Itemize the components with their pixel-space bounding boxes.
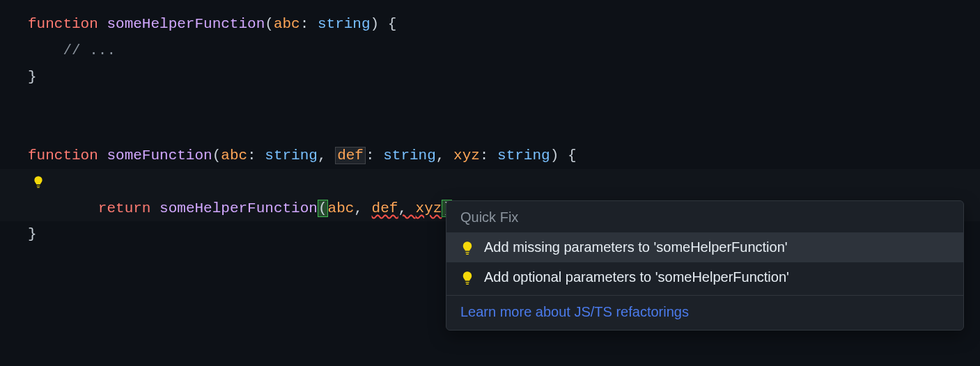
quickfix-learn-more-link[interactable]: Learn more about JS/TS refactorings (446, 296, 963, 330)
quickfix-title: Quick Fix (446, 201, 963, 232)
code-line[interactable]: function someHelperFunction(abc: string)… (0, 11, 980, 38)
quickfix-popup: Quick Fix Add missing parameters to 'som… (446, 200, 964, 331)
argument: abc (328, 200, 355, 216)
function-name: someFunction (107, 148, 212, 164)
lightbulb-icon (460, 271, 474, 285)
argument-error: def (372, 200, 398, 216)
keyword-function: function (28, 16, 98, 32)
code-line[interactable]: function someFunction(abc: string, def: … (0, 143, 980, 169)
code-line[interactable] (0, 90, 980, 116)
type-annotation: string (383, 148, 436, 164)
type-annotation: string (318, 16, 371, 32)
quickfix-item-add-missing[interactable]: Add missing parameters to 'someHelperFun… (446, 232, 963, 262)
function-call: someHelperFunction (160, 200, 318, 216)
lightbulb-icon (460, 241, 474, 255)
code-line[interactable]: } (0, 64, 980, 90)
parameter: abc (221, 148, 247, 164)
parameter-highlighted: def (335, 147, 366, 164)
function-name: someHelperFunction (107, 16, 265, 32)
code-line[interactable]: // ... (0, 38, 980, 64)
comment: // ... (63, 42, 116, 58)
type-annotation: string (497, 148, 550, 164)
paren-match-open: ( (318, 200, 328, 217)
parameter: abc (274, 16, 300, 32)
code-line[interactable] (0, 116, 980, 143)
lightbulb-icon[interactable] (31, 174, 46, 189)
parameter: xyz (453, 148, 480, 164)
keyword-function: function (28, 148, 98, 164)
quickfix-item-add-optional[interactable]: Add optional parameters to 'someHelperFu… (446, 262, 963, 292)
type-annotation: string (265, 148, 318, 164)
quickfix-item-label: Add missing parameters to 'someHelperFun… (484, 239, 788, 255)
quickfix-item-label: Add optional parameters to 'someHelperFu… (484, 269, 789, 285)
keyword-return: return (98, 200, 151, 216)
argument-error: xyz (416, 200, 442, 216)
